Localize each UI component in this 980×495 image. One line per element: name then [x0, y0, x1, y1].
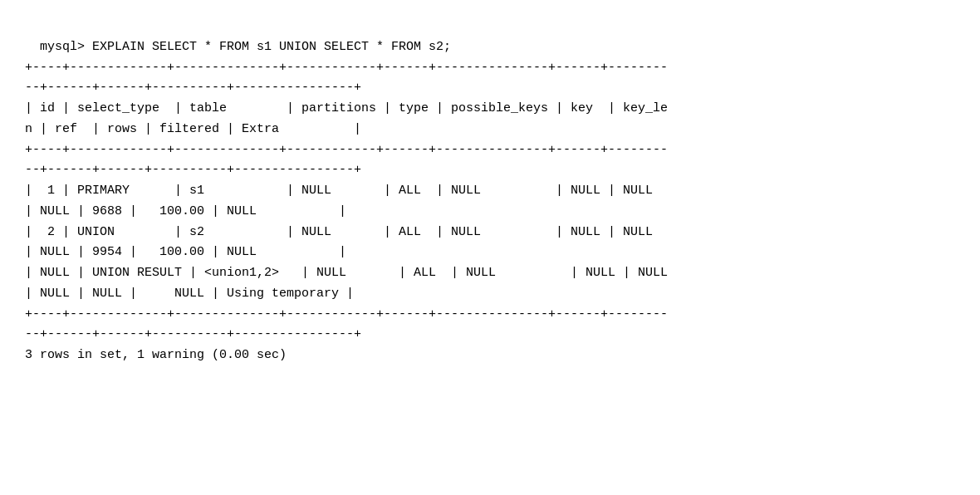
- terminal-separator-3: +----+-------------+--------------+-----…: [25, 307, 668, 321]
- terminal-separator-1: +----+-------------+--------------+-----…: [25, 61, 668, 75]
- terminal-separator-3b: --+------+------+----------+------------…: [25, 327, 361, 341]
- terminal-result: 3 rows in set, 1 warning (0.00 sec): [25, 348, 287, 362]
- terminal-row-3b: | NULL | NULL | NULL | Using temporary |: [25, 287, 354, 301]
- terminal-line-1: mysql> EXPLAIN SELECT * FROM s1 UNION SE…: [40, 40, 451, 54]
- terminal-row-2b: | NULL | 9954 | 100.00 | NULL |: [25, 245, 346, 259]
- terminal-row-1b: | NULL | 9688 | 100.00 | NULL |: [25, 204, 346, 218]
- terminal-separator-2b: --+------+------+----------+------------…: [25, 163, 361, 177]
- terminal-header: | id | select_type | table | partitions …: [25, 101, 668, 115]
- terminal-output: mysql> EXPLAIN SELECT * FROM s1 UNION SE…: [25, 17, 955, 366]
- terminal-separator-1b: --+------+------+----------+------------…: [25, 81, 361, 95]
- terminal-separator-2: +----+-------------+--------------+-----…: [25, 143, 668, 157]
- terminal-row-1a: | 1 | PRIMARY | s1 | NULL | ALL | NULL |…: [25, 184, 653, 198]
- terminal-header-2: n | ref | rows | filtered | Extra |: [25, 122, 361, 136]
- terminal-row-2a: | 2 | UNION | s2 | NULL | ALL | NULL | N…: [25, 225, 653, 239]
- terminal-row-3a: | NULL | UNION RESULT | <union1,2> | NUL…: [25, 266, 668, 280]
